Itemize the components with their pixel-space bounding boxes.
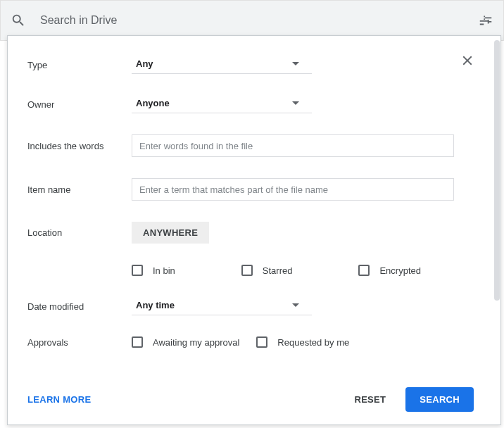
encrypted-checkbox[interactable]: Encrypted [358, 265, 421, 276]
awaiting-approval-checkbox[interactable]: Awaiting my approval [132, 336, 239, 348]
approvals-label: Approvals [27, 337, 132, 348]
type-value: Any [136, 58, 153, 69]
chevron-down-icon [292, 62, 299, 65]
type-dropdown[interactable]: Any [132, 56, 312, 74]
type-label: Type [27, 60, 132, 70]
requested-by-me-checkbox[interactable]: Requested by me [256, 336, 349, 348]
item-name-input[interactable] [132, 178, 454, 201]
checkbox-icon [358, 265, 370, 276]
in-bin-label: In bin [153, 265, 175, 276]
owner-dropdown[interactable]: Anyone [132, 95, 312, 113]
owner-label: Owner [27, 99, 132, 110]
in-bin-checkbox[interactable]: In bin [132, 265, 175, 276]
tune-icon[interactable] [478, 13, 493, 28]
owner-value: Anyone [136, 98, 170, 108]
includes-words-input[interactable] [132, 134, 454, 157]
checkbox-icon [132, 265, 143, 276]
includes-label: Includes the words [27, 141, 132, 151]
search-button[interactable]: SEARCH [405, 387, 474, 412]
checkbox-icon [241, 265, 253, 276]
encrypted-label: Encrypted [379, 265, 421, 276]
close-icon[interactable] [460, 53, 475, 68]
search-icon [11, 13, 26, 28]
location-button[interactable]: ANYWHERE [132, 222, 209, 244]
date-modified-label: Date modified [27, 301, 132, 312]
checkbox-icon [132, 336, 143, 348]
date-modified-value: Any time [136, 300, 175, 310]
starred-label: Starred [263, 265, 293, 276]
requested-by-me-label: Requested by me [277, 337, 349, 348]
starred-checkbox[interactable]: Starred [241, 265, 293, 276]
date-modified-dropdown[interactable]: Any time [132, 297, 312, 315]
location-label: Location [27, 227, 132, 238]
learn-more-link[interactable]: LEARN MORE [27, 394, 91, 405]
search-input[interactable] [39, 13, 478, 27]
advanced-search-panel: Type Any Owner Anyone In [7, 35, 501, 425]
reset-button[interactable]: RESET [354, 394, 386, 405]
scrollbar-thumb[interactable] [494, 40, 500, 301]
chevron-down-icon [292, 101, 299, 105]
awaiting-approval-label: Awaiting my approval [153, 337, 239, 348]
item-name-label: Item name [27, 184, 132, 195]
checkbox-icon [256, 336, 267, 348]
chevron-down-icon [292, 303, 299, 307]
scrollbar[interactable] [493, 36, 500, 424]
